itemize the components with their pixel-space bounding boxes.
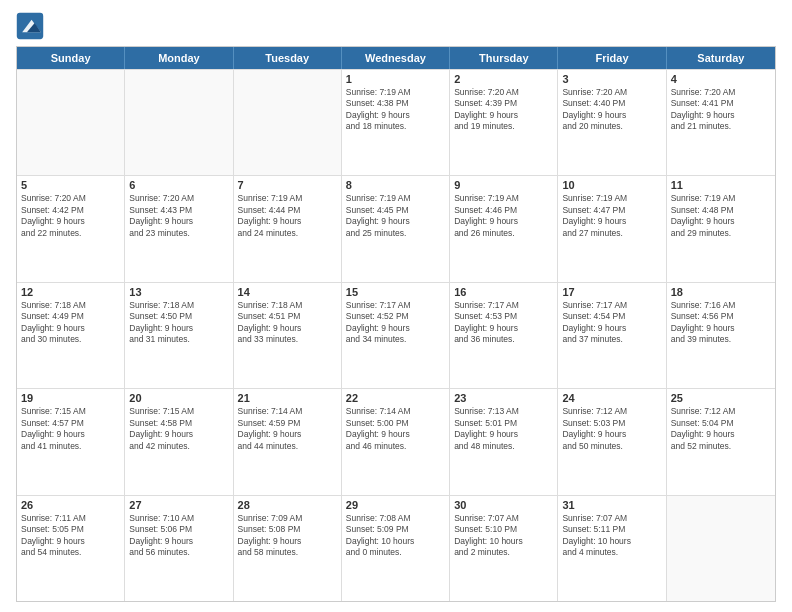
calendar-week: 12Sunrise: 7:18 AM Sunset: 4:49 PM Dayli… — [17, 282, 775, 388]
day-number: 15 — [346, 286, 445, 298]
day-number: 20 — [129, 392, 228, 404]
page-header — [16, 12, 776, 40]
day-number: 10 — [562, 179, 661, 191]
day-info: Sunrise: 7:18 AM Sunset: 4:49 PM Dayligh… — [21, 300, 120, 346]
day-info: Sunrise: 7:17 AM Sunset: 4:52 PM Dayligh… — [346, 300, 445, 346]
weekday-header: Friday — [558, 47, 666, 69]
day-number: 24 — [562, 392, 661, 404]
day-cell: 27Sunrise: 7:10 AM Sunset: 5:06 PM Dayli… — [125, 496, 233, 601]
day-info: Sunrise: 7:19 AM Sunset: 4:44 PM Dayligh… — [238, 193, 337, 239]
day-number: 22 — [346, 392, 445, 404]
day-cell: 5Sunrise: 7:20 AM Sunset: 4:42 PM Daylig… — [17, 176, 125, 281]
day-info: Sunrise: 7:14 AM Sunset: 5:00 PM Dayligh… — [346, 406, 445, 452]
day-number: 19 — [21, 392, 120, 404]
day-cell: 18Sunrise: 7:16 AM Sunset: 4:56 PM Dayli… — [667, 283, 775, 388]
day-cell: 3Sunrise: 7:20 AM Sunset: 4:40 PM Daylig… — [558, 70, 666, 175]
day-cell: 12Sunrise: 7:18 AM Sunset: 4:49 PM Dayli… — [17, 283, 125, 388]
day-cell: 1Sunrise: 7:19 AM Sunset: 4:38 PM Daylig… — [342, 70, 450, 175]
day-cell: 6Sunrise: 7:20 AM Sunset: 4:43 PM Daylig… — [125, 176, 233, 281]
day-info: Sunrise: 7:09 AM Sunset: 5:08 PM Dayligh… — [238, 513, 337, 559]
day-number: 7 — [238, 179, 337, 191]
day-number: 2 — [454, 73, 553, 85]
empty-cell — [667, 496, 775, 601]
day-info: Sunrise: 7:12 AM Sunset: 5:04 PM Dayligh… — [671, 406, 771, 452]
day-number: 13 — [129, 286, 228, 298]
day-info: Sunrise: 7:14 AM Sunset: 4:59 PM Dayligh… — [238, 406, 337, 452]
day-number: 16 — [454, 286, 553, 298]
day-cell: 19Sunrise: 7:15 AM Sunset: 4:57 PM Dayli… — [17, 389, 125, 494]
empty-cell — [234, 70, 342, 175]
day-info: Sunrise: 7:17 AM Sunset: 4:53 PM Dayligh… — [454, 300, 553, 346]
day-cell: 29Sunrise: 7:08 AM Sunset: 5:09 PM Dayli… — [342, 496, 450, 601]
day-cell: 26Sunrise: 7:11 AM Sunset: 5:05 PM Dayli… — [17, 496, 125, 601]
calendar: SundayMondayTuesdayWednesdayThursdayFrid… — [16, 46, 776, 602]
weekday-header: Thursday — [450, 47, 558, 69]
weekday-header: Saturday — [667, 47, 775, 69]
day-info: Sunrise: 7:18 AM Sunset: 4:50 PM Dayligh… — [129, 300, 228, 346]
day-number: 21 — [238, 392, 337, 404]
day-cell: 24Sunrise: 7:12 AM Sunset: 5:03 PM Dayli… — [558, 389, 666, 494]
day-number: 18 — [671, 286, 771, 298]
day-info: Sunrise: 7:20 AM Sunset: 4:40 PM Dayligh… — [562, 87, 661, 133]
day-number: 25 — [671, 392, 771, 404]
day-cell: 4Sunrise: 7:20 AM Sunset: 4:41 PM Daylig… — [667, 70, 775, 175]
day-cell: 8Sunrise: 7:19 AM Sunset: 4:45 PM Daylig… — [342, 176, 450, 281]
logo-icon — [16, 12, 44, 40]
day-cell: 23Sunrise: 7:13 AM Sunset: 5:01 PM Dayli… — [450, 389, 558, 494]
calendar-header: SundayMondayTuesdayWednesdayThursdayFrid… — [17, 47, 775, 69]
day-number: 23 — [454, 392, 553, 404]
day-info: Sunrise: 7:19 AM Sunset: 4:48 PM Dayligh… — [671, 193, 771, 239]
day-cell: 10Sunrise: 7:19 AM Sunset: 4:47 PM Dayli… — [558, 176, 666, 281]
weekday-header: Sunday — [17, 47, 125, 69]
day-number: 31 — [562, 499, 661, 511]
day-info: Sunrise: 7:11 AM Sunset: 5:05 PM Dayligh… — [21, 513, 120, 559]
day-cell: 15Sunrise: 7:17 AM Sunset: 4:52 PM Dayli… — [342, 283, 450, 388]
day-info: Sunrise: 7:12 AM Sunset: 5:03 PM Dayligh… — [562, 406, 661, 452]
calendar-week: 1Sunrise: 7:19 AM Sunset: 4:38 PM Daylig… — [17, 69, 775, 175]
day-number: 6 — [129, 179, 228, 191]
day-number: 9 — [454, 179, 553, 191]
day-info: Sunrise: 7:15 AM Sunset: 4:57 PM Dayligh… — [21, 406, 120, 452]
day-info: Sunrise: 7:07 AM Sunset: 5:10 PM Dayligh… — [454, 513, 553, 559]
day-number: 11 — [671, 179, 771, 191]
weekday-header: Wednesday — [342, 47, 450, 69]
day-cell: 31Sunrise: 7:07 AM Sunset: 5:11 PM Dayli… — [558, 496, 666, 601]
day-number: 5 — [21, 179, 120, 191]
day-cell: 11Sunrise: 7:19 AM Sunset: 4:48 PM Dayli… — [667, 176, 775, 281]
day-info: Sunrise: 7:19 AM Sunset: 4:38 PM Dayligh… — [346, 87, 445, 133]
day-number: 29 — [346, 499, 445, 511]
day-info: Sunrise: 7:20 AM Sunset: 4:43 PM Dayligh… — [129, 193, 228, 239]
day-cell: 28Sunrise: 7:09 AM Sunset: 5:08 PM Dayli… — [234, 496, 342, 601]
day-number: 28 — [238, 499, 337, 511]
day-info: Sunrise: 7:16 AM Sunset: 4:56 PM Dayligh… — [671, 300, 771, 346]
day-info: Sunrise: 7:19 AM Sunset: 4:45 PM Dayligh… — [346, 193, 445, 239]
logo — [16, 12, 48, 40]
day-cell: 7Sunrise: 7:19 AM Sunset: 4:44 PM Daylig… — [234, 176, 342, 281]
day-cell: 21Sunrise: 7:14 AM Sunset: 4:59 PM Dayli… — [234, 389, 342, 494]
day-info: Sunrise: 7:20 AM Sunset: 4:41 PM Dayligh… — [671, 87, 771, 133]
weekday-header: Tuesday — [234, 47, 342, 69]
calendar-week: 5Sunrise: 7:20 AM Sunset: 4:42 PM Daylig… — [17, 175, 775, 281]
day-info: Sunrise: 7:20 AM Sunset: 4:42 PM Dayligh… — [21, 193, 120, 239]
day-info: Sunrise: 7:07 AM Sunset: 5:11 PM Dayligh… — [562, 513, 661, 559]
day-info: Sunrise: 7:15 AM Sunset: 4:58 PM Dayligh… — [129, 406, 228, 452]
day-info: Sunrise: 7:19 AM Sunset: 4:46 PM Dayligh… — [454, 193, 553, 239]
day-cell: 9Sunrise: 7:19 AM Sunset: 4:46 PM Daylig… — [450, 176, 558, 281]
day-number: 12 — [21, 286, 120, 298]
calendar-week: 19Sunrise: 7:15 AM Sunset: 4:57 PM Dayli… — [17, 388, 775, 494]
day-number: 14 — [238, 286, 337, 298]
day-number: 8 — [346, 179, 445, 191]
day-cell: 13Sunrise: 7:18 AM Sunset: 4:50 PM Dayli… — [125, 283, 233, 388]
day-cell: 16Sunrise: 7:17 AM Sunset: 4:53 PM Dayli… — [450, 283, 558, 388]
empty-cell — [17, 70, 125, 175]
day-number: 1 — [346, 73, 445, 85]
day-info: Sunrise: 7:08 AM Sunset: 5:09 PM Dayligh… — [346, 513, 445, 559]
day-number: 26 — [21, 499, 120, 511]
calendar-page: SundayMondayTuesdayWednesdayThursdayFrid… — [0, 0, 792, 612]
day-info: Sunrise: 7:13 AM Sunset: 5:01 PM Dayligh… — [454, 406, 553, 452]
day-number: 30 — [454, 499, 553, 511]
day-info: Sunrise: 7:10 AM Sunset: 5:06 PM Dayligh… — [129, 513, 228, 559]
day-info: Sunrise: 7:17 AM Sunset: 4:54 PM Dayligh… — [562, 300, 661, 346]
day-info: Sunrise: 7:19 AM Sunset: 4:47 PM Dayligh… — [562, 193, 661, 239]
day-cell: 2Sunrise: 7:20 AM Sunset: 4:39 PM Daylig… — [450, 70, 558, 175]
